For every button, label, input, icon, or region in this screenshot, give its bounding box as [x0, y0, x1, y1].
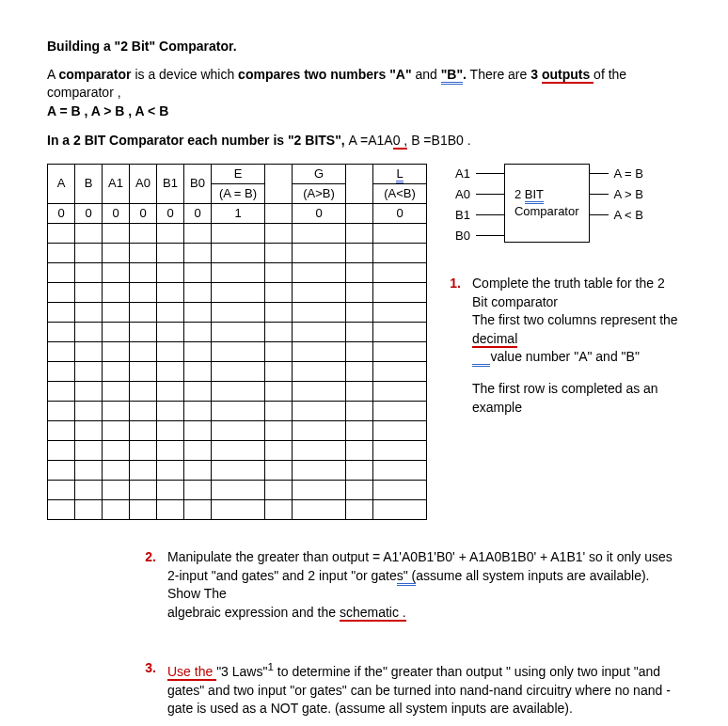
- col-a: A: [48, 164, 75, 203]
- text: comparator: [58, 67, 131, 82]
- input-label: A0: [455, 186, 470, 203]
- text: algebraic expression and the: [167, 605, 340, 620]
- input-label: B0: [455, 228, 470, 245]
- table-row: [48, 302, 427, 322]
- col-e-sub: (A = B): [212, 183, 265, 203]
- col-b1: B1: [157, 164, 184, 203]
- text: B =B1B0 .: [407, 133, 470, 148]
- wire-icon: [590, 214, 609, 215]
- truth-table: A B A1 A0 B1 B0 E G L (A = B) (A>B) (A<B…: [47, 164, 427, 520]
- col-gap: [346, 164, 373, 203]
- text: decimal: [472, 331, 517, 348]
- wire-icon: [476, 235, 504, 236]
- col-a0: A0: [130, 164, 157, 203]
- col-l: L: [373, 164, 427, 183]
- output-label: A < B: [614, 207, 643, 224]
- text: The first two columns represent the: [472, 312, 678, 327]
- table-row: [48, 460, 427, 480]
- text: A: [47, 67, 58, 82]
- input-label: B1: [455, 207, 470, 224]
- question-number: 2.: [141, 548, 156, 622]
- text: 0 ,: [393, 133, 408, 150]
- text: A =A1A: [349, 133, 393, 148]
- text: "B": [441, 67, 463, 85]
- text: BIT: [525, 187, 544, 204]
- col-l-sub: (A<B): [373, 183, 427, 203]
- table-row: [48, 262, 427, 282]
- text: outputs: [542, 67, 593, 84]
- question-2: 2. Manipulate the greater than output = …: [141, 548, 681, 622]
- table-header-row-1: A B A1 A0 B1 B0 E G L: [48, 164, 427, 183]
- col-g: G: [293, 164, 346, 183]
- table-row: [48, 282, 427, 302]
- text: Comparator: [514, 203, 579, 220]
- question-1: 1. Complete the truth table for the 2 Bi…: [446, 275, 681, 417]
- col-g-sub: (A>B): [293, 183, 346, 203]
- text: Complete the truth table for the 2 Bit c…: [472, 275, 681, 311]
- text: and: [412, 67, 441, 82]
- table-row: [48, 243, 427, 262]
- output-label: A = B: [614, 166, 643, 182]
- text: 2-input "and gates" and 2 input "or gate: [167, 568, 397, 583]
- input-label: A1: [455, 166, 470, 182]
- text: schematic .: [340, 605, 406, 622]
- table-row: [48, 401, 427, 420]
- comparator-box: 2 BIT Comparator: [504, 164, 590, 243]
- text: Manipulate the greater than output = A1'…: [167, 548, 681, 567]
- wire-icon: [476, 214, 504, 215]
- question-number: 3.: [141, 659, 156, 718]
- col-e: E: [212, 164, 265, 183]
- wire-icon: [590, 194, 609, 195]
- table-row: 0 0 0 0 0 0 1 0 0: [48, 203, 427, 223]
- text: Use the: [167, 664, 216, 681]
- text: "3 Laws": [216, 664, 267, 679]
- table-row: [48, 322, 427, 341]
- text: There are: [467, 67, 530, 82]
- text: In a 2 BIT Comparator each number is "2 …: [47, 133, 349, 148]
- col-b0: B0: [184, 164, 212, 203]
- table-row: [48, 499, 427, 519]
- text: value number "A" and "B": [490, 349, 639, 364]
- wire-icon: [590, 173, 609, 174]
- text: A = B , A > B , A < B: [47, 103, 168, 118]
- text: is a device which: [132, 67, 239, 82]
- table-row: [48, 341, 427, 361]
- text: compares two numbers "A": [238, 67, 411, 82]
- output-label: A > B: [614, 186, 643, 203]
- text: The first row is completed as an example: [472, 380, 681, 417]
- table-row: [48, 361, 427, 381]
- table-row: [48, 480, 427, 499]
- col-b: B: [75, 164, 103, 203]
- question-number: 1.: [446, 275, 461, 417]
- intro-paragraph-1: A comparator is a device which compares …: [47, 66, 681, 121]
- col-a1: A1: [103, 164, 130, 203]
- col-gap: [265, 164, 293, 203]
- comparator-diagram: A1 A0 B1 B0 2 BIT Comparator A = B A > B…: [455, 164, 681, 246]
- wire-icon: [476, 173, 504, 174]
- wire-icon: [476, 194, 504, 195]
- text: 2: [514, 187, 525, 201]
- intro-paragraph-2: In a 2 BIT Comparator each number is "2 …: [47, 132, 681, 150]
- table-row: [48, 223, 427, 243]
- table-row: [48, 420, 427, 440]
- table-row: [48, 381, 427, 401]
- text: [472, 349, 490, 367]
- page-title: Building a "2 Bit" Comparator.: [47, 38, 681, 56]
- text: 3: [530, 67, 542, 82]
- text: s" (: [397, 568, 417, 586]
- table-row: [48, 440, 427, 460]
- question-3: 3. Use the "3 Laws"1 to determine if the…: [141, 659, 681, 718]
